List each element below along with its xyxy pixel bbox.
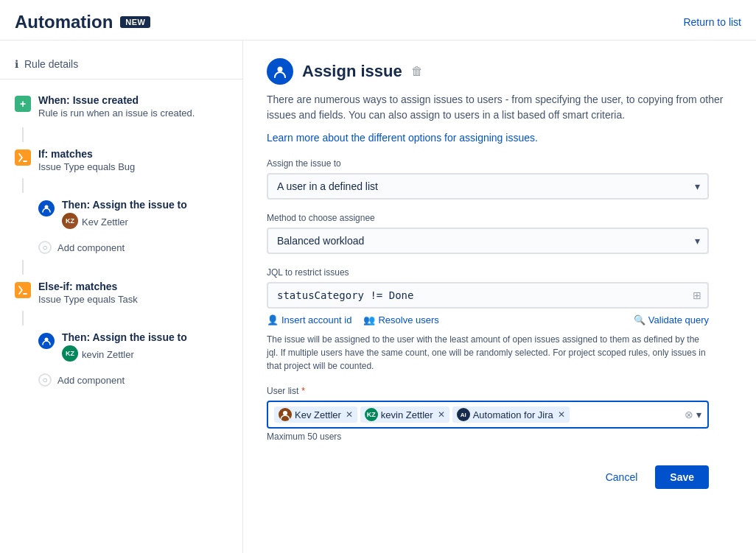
add-component-circle-1: ○: [38, 241, 52, 254]
condition-item[interactable]: If: matches Issue Type equals Bug: [0, 142, 242, 178]
jql-input-wrapper: ⊞: [267, 282, 709, 309]
user-list-controls: ⊗ ▾: [685, 409, 701, 420]
sidebar: ℹ Rule details + When: Issue created Rul…: [0, 40, 243, 553]
user-tag-automation-name: Automation for Jira: [473, 409, 553, 420]
content-description: There are numerous ways to assign issues…: [267, 92, 732, 123]
else-condition-icon: [15, 282, 31, 298]
add-component-1[interactable]: ○ Add component: [0, 235, 242, 260]
action1-icon: [38, 200, 55, 216]
jql-actions-row: 👤 Insert account id 👥 Resolve users 🔍 Va…: [267, 314, 709, 325]
assign-to-select-wrapper: A user in a defined list: [267, 173, 709, 200]
account-icon: 👤: [267, 314, 279, 325]
user-tag-kevin-name: kevin Zettler: [381, 409, 433, 420]
search-icon: 🔍: [634, 314, 645, 325]
connector-line: [22, 127, 24, 142]
content-area: Assign issue 🗑 There are numerous ways t…: [243, 40, 756, 553]
connector-line-4: [22, 311, 24, 325]
trigger-item[interactable]: + When: Issue created Rule is run when a…: [0, 88, 242, 124]
add-component-2[interactable]: ○ Add component: [0, 367, 242, 392]
content-icon: [267, 58, 293, 85]
user-tag-kev-remove[interactable]: ✕: [346, 409, 353, 420]
action2-icon: [38, 333, 55, 349]
method-section: Method to choose assignee Balanced workl…: [267, 213, 732, 254]
else-condition-sublabel: Issue Type equals Task: [38, 294, 138, 305]
delete-icon[interactable]: 🗑: [411, 65, 423, 78]
user-tag-kev-name: Kev Zettler: [295, 409, 341, 420]
action1-item[interactable]: Then: Assign the issue to KZ Kev Zettler: [0, 193, 242, 235]
max-users-hint: Maximum 50 users: [267, 432, 732, 442]
action1-label: Then: Assign the issue to: [62, 199, 187, 211]
user-tag-automation[interactable]: AI Automation for Jira ✕: [452, 406, 570, 423]
action2-item[interactable]: Then: Assign the issue to KZ kevin Zettl…: [0, 325, 242, 367]
connector-line-2: [22, 178, 24, 193]
info-icon: ℹ: [15, 58, 18, 70]
assign-to-section: Assign the issue to A user in a defined …: [267, 158, 732, 200]
assignee1-avatar: KZ: [62, 213, 78, 229]
assign-to-label: Assign the issue to: [267, 158, 732, 169]
else-condition-label: Else-if: matches: [38, 281, 138, 292]
assignee1-name: Kev Zettler: [82, 216, 128, 228]
user-tag-avatar-kevin: KZ: [365, 408, 378, 421]
user-tag-avatar-kev: [279, 408, 292, 421]
add-component-1-label: Add component: [57, 242, 125, 253]
method-select[interactable]: Balanced workload: [267, 228, 709, 254]
user-tag-avatar-automation: AI: [457, 408, 470, 421]
condition-sublabel: Issue Type equals Bug: [38, 161, 135, 172]
user-tag-kev[interactable]: Kev Zettler ✕: [274, 406, 357, 423]
helper-text: The issue will be assigned to the user w…: [267, 333, 709, 373]
validate-query-link[interactable]: 🔍 Validate query: [634, 314, 709, 325]
user-tag-kevin-remove[interactable]: ✕: [438, 409, 445, 420]
content-header: Assign issue 🗑: [267, 58, 732, 85]
add-component-2-label: Add component: [57, 375, 125, 386]
add-component-circle-2: ○: [38, 373, 52, 387]
user-list-section: User list * Kev Zettler ✕ KZ kevin Zettl…: [267, 386, 732, 442]
assign-to-select[interactable]: A user in a defined list: [267, 173, 709, 200]
trigger-sublabel: Rule is run when an issue is created.: [38, 108, 195, 119]
else-condition-item[interactable]: Else-if: matches Issue Type equals Task: [0, 275, 242, 311]
user-list-chevron-icon[interactable]: ▾: [696, 409, 701, 420]
learn-more-link[interactable]: Learn more about the different options f…: [267, 132, 538, 144]
footer-buttons: Cancel Save: [267, 465, 709, 489]
insert-account-id-link[interactable]: 👤 Insert account id: [267, 314, 351, 325]
jql-section: JQL to restrict issues ⊞ 👤 Insert accoun…: [267, 267, 732, 373]
connector-line-3: [22, 260, 24, 275]
trigger-icon: +: [15, 96, 31, 112]
rule-details-label: Rule details: [24, 58, 78, 70]
user-list-input[interactable]: Kev Zettler ✕ KZ kevin Zettler ✕ AI Auto…: [267, 401, 709, 429]
rule-details[interactable]: ℹ Rule details: [0, 52, 242, 80]
content-title: Assign issue: [302, 62, 402, 81]
resolve-icon: 👥: [363, 314, 375, 325]
jql-label: JQL to restrict issues: [267, 267, 732, 278]
user-list-label: User list *: [267, 386, 732, 396]
assignee2-avatar: KZ: [62, 345, 78, 362]
svg-point-2: [278, 67, 283, 72]
user-list-clear-icon[interactable]: ⊗: [685, 409, 693, 420]
resolve-users-link[interactable]: 👥 Resolve users: [363, 314, 438, 325]
return-to-list-link[interactable]: Return to list: [683, 16, 741, 28]
page-title: Automation: [15, 12, 113, 32]
new-badge: NEW: [120, 16, 150, 28]
user-tag-kevin[interactable]: KZ kevin Zettler ✕: [360, 406, 449, 423]
svg-point-3: [283, 411, 287, 415]
trigger-label: When: Issue created: [38, 94, 195, 106]
save-button[interactable]: Save: [655, 465, 709, 489]
condition-label: If: matches: [38, 148, 135, 160]
assignee2-name: kevin Zettler: [82, 349, 134, 360]
condition-icon: [15, 149, 31, 166]
jql-input[interactable]: [267, 282, 709, 309]
user-tag-automation-remove[interactable]: ✕: [558, 409, 565, 420]
method-select-wrapper: Balanced workload: [267, 228, 709, 254]
action2-label: Then: Assign the issue to: [62, 331, 187, 343]
cancel-button[interactable]: Cancel: [594, 465, 650, 489]
jql-expand-icon[interactable]: ⊞: [693, 289, 701, 301]
required-star: *: [301, 386, 305, 396]
method-label: Method to choose assignee: [267, 213, 732, 223]
